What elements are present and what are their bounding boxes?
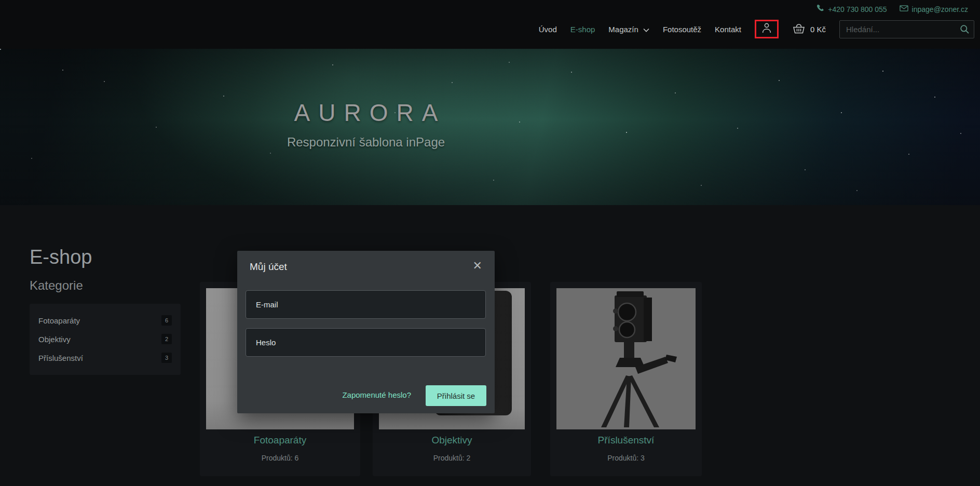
category-card-title[interactable]: Fotoaparáty — [200, 435, 360, 446]
site-header: +420 730 800 055 inpage@zoner.cz Úvod E-… — [0, 0, 980, 49]
envelope-icon — [900, 5, 908, 14]
chevron-down-icon — [643, 25, 649, 34]
password-field[interactable] — [246, 328, 486, 357]
category-count-badge: 3 — [161, 353, 172, 363]
search — [839, 20, 974, 38]
forgot-password-link[interactable]: Zapomenuté heslo? — [342, 390, 411, 399]
phone-icon — [816, 4, 824, 14]
email-field[interactable] — [246, 290, 486, 319]
login-modal: Můj účet ✕ Zapomenuté heslo? Přihlásit s… — [237, 251, 495, 413]
category-count-badge: 2 — [161, 334, 172, 344]
nav-item-uvod[interactable]: Úvod — [539, 25, 557, 34]
tripod-camera-photo — [556, 288, 696, 429]
category-label: Fotoaparáty — [38, 316, 80, 325]
nav-item-magazin-label: Magazín — [608, 25, 638, 34]
category-item-objektivy[interactable]: Objektivy 2 — [38, 330, 172, 348]
cart-button[interactable]: 0 Kč — [792, 23, 826, 36]
modal-title: Můj účet — [250, 261, 287, 273]
login-button[interactable]: Přihlásit se — [426, 385, 486, 406]
category-card-products: Produktů: 3 — [550, 454, 702, 462]
nav-item-magazin[interactable]: Magazín — [608, 25, 649, 34]
hero-subtitle: Responzivní šablona inPage — [0, 135, 732, 150]
search-icon[interactable] — [960, 24, 970, 34]
category-item-prislusenstvi[interactable]: Příslušenství 3 — [38, 348, 172, 367]
account-button[interactable] — [755, 20, 779, 38]
category-card-prislusenstvi[interactable]: Příslušenství Produktů: 3 — [550, 282, 702, 476]
nav-item-fotosoutez[interactable]: Fotosoutěž — [663, 25, 701, 34]
basket-icon — [792, 23, 806, 36]
category-card-products: Produktů: 6 — [200, 454, 360, 462]
hero-banner: AURORA Responzivní šablona inPage — [0, 49, 980, 205]
page: +420 730 800 055 inpage@zoner.cz Úvod E-… — [0, 0, 980, 486]
hero-title: AURORA — [0, 99, 732, 127]
category-item-fotoaparaty[interactable]: Fotoaparáty 6 — [38, 311, 172, 330]
category-card-title[interactable]: Objektivy — [373, 435, 531, 446]
category-card-image — [556, 288, 696, 429]
category-label: Příslušenství — [38, 354, 83, 362]
page-title: E-shop — [30, 246, 92, 268]
cart-total: 0 Kč — [810, 25, 826, 34]
category-count-badge: 6 — [161, 315, 172, 326]
categories-heading: Kategorie — [30, 278, 83, 293]
categories-panel: Fotoaparáty 6 Objektivy 2 Příslušenství … — [30, 304, 181, 375]
main-nav: Úvod E-shop Magazín Fotosoutěž Kontakt 0… — [539, 20, 974, 38]
close-icon[interactable]: ✕ — [471, 258, 484, 274]
topbar-phone-label: +420 730 800 055 — [828, 5, 887, 14]
topbar-email[interactable]: inpage@zoner.cz — [900, 5, 968, 14]
topbar: +420 730 800 055 inpage@zoner.cz — [816, 4, 968, 14]
hero-text: AURORA Responzivní šablona inPage — [0, 49, 732, 91]
topbar-phone[interactable]: +420 730 800 055 — [816, 4, 887, 14]
nav-item-eshop[interactable]: E-shop — [570, 25, 595, 34]
topbar-email-label: inpage@zoner.cz — [912, 5, 968, 14]
category-card-title[interactable]: Příslušenství — [550, 435, 702, 446]
user-icon — [761, 22, 772, 36]
category-label: Objektivy — [38, 335, 71, 344]
nav-item-kontakt[interactable]: Kontakt — [715, 25, 741, 34]
category-card-products: Produktů: 2 — [373, 454, 531, 462]
search-input[interactable] — [839, 20, 974, 38]
